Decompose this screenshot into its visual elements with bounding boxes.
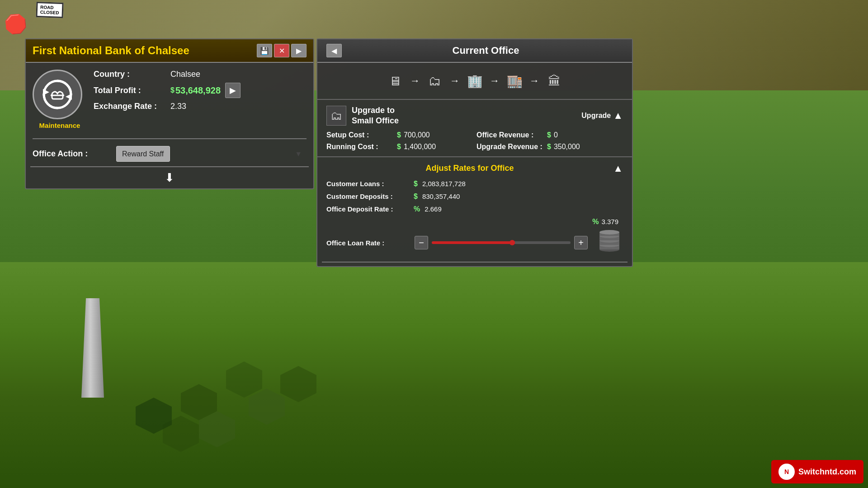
select-arrow-icon: ▼	[295, 150, 302, 158]
upgrade-to-label: Upgrade to	[352, 105, 399, 116]
setup-cost-row: Setup Cost : $ 700,000	[326, 131, 473, 139]
customer-loans-row: Customer Loans : $ 2,083,817,728	[326, 180, 623, 188]
slider-thumb	[509, 240, 515, 245]
path-arrow-4: →	[529, 75, 539, 87]
close-button[interactable]: ✕	[274, 44, 289, 57]
right-panel-header: ◀ Current Office	[317, 39, 632, 63]
country-label: Country :	[94, 70, 170, 79]
up-arrow-button[interactable]: ▲	[613, 163, 623, 174]
total-profit-value: 53,648,928	[175, 85, 221, 96]
upgrade-button[interactable]: Upgrade ▲	[581, 110, 623, 122]
office-path-bank: 🏛	[543, 70, 566, 92]
slider-plus-button[interactable]: +	[574, 236, 588, 249]
customer-loans-value: 2,083,817,728	[422, 180, 466, 188]
office-loan-rate-label: Office Loan Rate :	[326, 239, 410, 247]
office-action-select[interactable]: Reward Staff Train Staff Hire Staff Fire…	[116, 146, 170, 162]
office-path-medium: 🏢	[463, 70, 486, 92]
office-path-small: 🗂	[424, 70, 446, 92]
loan-rate-slider[interactable]	[432, 241, 571, 244]
maintenance-icon-circle	[33, 70, 82, 119]
forward-button[interactable]: ▶	[291, 44, 307, 57]
customer-deposits-label: Customer Deposits :	[326, 192, 410, 200]
upgrade-btn-label: Upgrade	[581, 112, 611, 120]
office-deposit-rate-row: Office Deposit Rate : % 2.669	[326, 205, 623, 213]
current-office-panel: ◀ Current Office 🖥 → 🗂 → 🏢 → 🏬 → 🏛 🗂 Upg…	[316, 38, 633, 267]
switchntd-text: Switchntd.com	[798, 467, 856, 477]
office-path-desk: 🖥	[384, 70, 406, 92]
customer-loans-dollar: $	[414, 180, 418, 188]
path-arrow-1: →	[410, 75, 420, 87]
setup-cost-label: Setup Cost :	[326, 131, 394, 139]
exchange-rate-label: Exchange Rate :	[94, 102, 170, 111]
scroll-down-indicator[interactable]: ⬇	[26, 167, 313, 188]
loan-rate-row: Office Loan Rate : − +	[326, 230, 623, 256]
country-row: Country : Chalsee	[94, 70, 307, 79]
customer-deposits-value: 830,357,440	[422, 192, 460, 200]
maintenance-label: Maintenance	[33, 122, 87, 129]
upgrade-arrow-icon: ▲	[613, 110, 623, 122]
running-cost-value: 1,400,000	[404, 143, 436, 151]
running-cost-dollar: $	[397, 143, 401, 151]
loan-rate-display-value: 3.379	[601, 218, 618, 225]
office-path-large: 🏬	[503, 70, 526, 92]
customer-deposits-dollar: $	[414, 192, 418, 201]
upgrade-revenue-row: Upgrade Revenue : $ 350,000	[476, 143, 623, 151]
bank-title: First National Bank of Chalsee	[33, 44, 189, 57]
stop-sign: 🛑	[4, 13, 28, 36]
maintenance-svg-icon	[39, 76, 75, 113]
office-action-row: Office Action : Reward Staff Train Staff…	[26, 141, 313, 166]
running-cost-row: Running Cost : $ 1,400,000	[326, 143, 473, 151]
right-panel-bottom-sep	[322, 262, 627, 263]
path-arrow-3: →	[490, 75, 500, 87]
office-action-select-wrapper: Reward Staff Train Staff Hire Staff Fire…	[116, 146, 307, 162]
slider-minus-button[interactable]: −	[415, 236, 428, 249]
left-panel-header: First National Bank of Chalsee 💾 ✕ ▶	[26, 39, 313, 63]
total-profit-row: Total Profit : $ 53,648,928 ▶	[94, 83, 307, 98]
road-closed-sign: ROADCLOSED	[36, 2, 63, 18]
office-loan-rate-section: % 3.379 Office Loan Rate : − +	[326, 218, 623, 256]
rates-title: Adjust Rates for Office	[326, 164, 613, 173]
setup-cost-dollar: $	[397, 131, 401, 139]
profit-dollar-sign: $	[170, 86, 175, 94]
customer-loans-label: Customer Loans :	[326, 180, 410, 188]
upgrade-office-name: Small Office	[352, 116, 399, 126]
separator-1	[33, 138, 307, 139]
rate-slider-container: − +	[415, 236, 588, 249]
total-profit-label: Total Profit :	[94, 86, 170, 95]
ground-background	[0, 262, 868, 488]
upgrade-revenue-value: 350,000	[554, 143, 580, 151]
panel-header-buttons: 💾 ✕ ▶	[257, 44, 307, 57]
costs-grid: Setup Cost : $ 700,000 Office Revenue : …	[326, 131, 623, 151]
maintenance-section: Maintenance	[33, 70, 87, 129]
back-button[interactable]: ◀	[326, 44, 342, 57]
right-panel-title: Current Office	[349, 45, 623, 56]
rates-header: Adjust Rates for Office ▲	[326, 163, 623, 174]
save-button[interactable]: 💾	[257, 44, 272, 57]
upgrade-section: 🗂 Upgrade to Small Office Upgrade ▲ Setu…	[317, 100, 632, 157]
rates-section: Adjust Rates for Office ▲ Customer Loans…	[317, 157, 632, 262]
office-revenue-label: Office Revenue :	[476, 131, 544, 139]
upgrade-revenue-dollar: $	[547, 143, 551, 151]
upgrade-text: Upgrade to Small Office	[352, 105, 399, 127]
office-deposit-rate-percent: %	[414, 205, 420, 213]
exchange-rate-row: Exchange Rate : 2.33	[94, 102, 307, 111]
office-revenue-dollar: $	[547, 131, 551, 139]
upgrade-revenue-label: Upgrade Revenue :	[476, 143, 544, 151]
upgrade-header: 🗂 Upgrade to Small Office Upgrade ▲	[326, 105, 623, 127]
loan-rate-percent: %	[592, 218, 599, 226]
customer-deposits-row: Customer Deposits : $ 830,357,440	[326, 192, 623, 201]
profit-arrow-button[interactable]: ▶	[225, 83, 241, 98]
office-deposit-rate-value: 2.669	[425, 205, 442, 213]
upgrade-path: 🖥 → 🗂 → 🏢 → 🏬 → 🏛	[317, 63, 632, 100]
office-action-label: Office Action :	[33, 149, 109, 159]
nintendo-logo: N	[778, 464, 795, 480]
switchntd-badge: N Switchntd.com	[771, 460, 863, 483]
country-value: Chalsee	[170, 70, 200, 79]
upgrade-office-icon: 🗂	[326, 106, 346, 126]
office-deposit-rate-label: Office Deposit Rate :	[326, 205, 410, 213]
upgrade-to: 🗂 Upgrade to Small Office	[326, 105, 399, 127]
office-revenue-row: Office Revenue : $ 0	[476, 131, 623, 139]
running-cost-label: Running Cost :	[326, 143, 394, 151]
path-arrow-2: →	[450, 75, 460, 87]
left-panel-body: Maintenance Country : Chalsee Total Prof…	[26, 63, 313, 136]
